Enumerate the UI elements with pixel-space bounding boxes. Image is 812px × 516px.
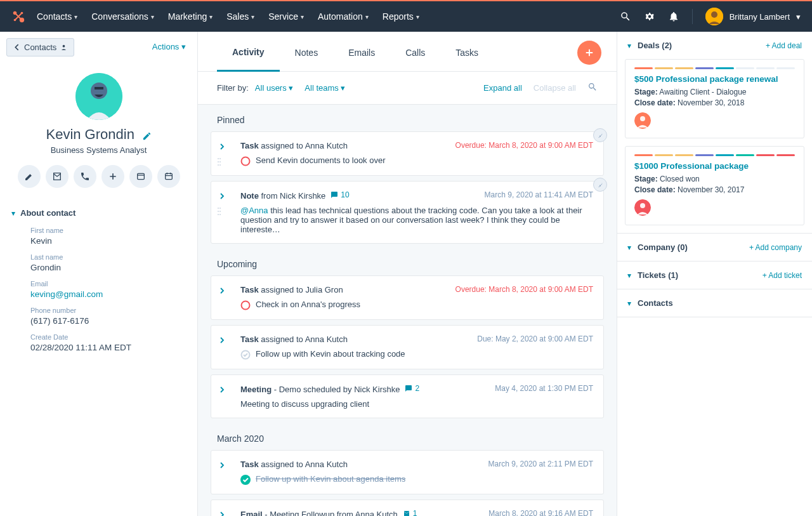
- field-label: Create Date: [30, 333, 186, 341]
- card-title: Note from Nick Kirshke10: [240, 190, 350, 201]
- chevron-down-icon: ▾: [627, 41, 631, 50]
- deal-owner-avatar: [634, 199, 651, 216]
- group-header: Pinned: [198, 105, 617, 131]
- section-header[interactable]: ▾Company (0)+ Add company: [617, 234, 812, 261]
- nav-marketing[interactable]: Marketing▾: [168, 11, 213, 22]
- svg-point-21: [218, 211, 219, 212]
- call-button[interactable]: [74, 165, 96, 188]
- timeline-card[interactable]: Task assigned to Anna KutchMarch 9, 2020…: [211, 450, 604, 494]
- card-meta: March 9, 2020 at 11:41 AM EDT: [485, 190, 593, 199]
- card-body: Send Kevin documents to look over: [240, 155, 593, 166]
- card-meta: May 4, 2020 at 1:30 PM EDT: [495, 384, 593, 393]
- meeting-button[interactable]: [157, 165, 180, 188]
- deal-card[interactable]: $1000 Professional package Stage: Closed…: [625, 146, 804, 225]
- timeline-card[interactable]: Note from Nick Kirshke10March 9, 2020 at…: [211, 181, 604, 244]
- deals-header[interactable]: ▾ Deals (2) + Add deal: [617, 32, 812, 59]
- nav-sales[interactable]: Sales▾: [226, 11, 254, 22]
- deal-close: Close date: November 30, 2017: [634, 185, 795, 194]
- svg-point-22: [219, 211, 221, 212]
- comment-icon: 2: [405, 384, 419, 393]
- chevron-right-icon[interactable]: [219, 192, 225, 201]
- chevron-down-icon: ▾: [301, 13, 304, 20]
- deal-progress: [634, 154, 795, 156]
- create-fab[interactable]: [577, 41, 601, 65]
- note-button[interactable]: [18, 165, 41, 188]
- svg-point-16: [218, 164, 219, 166]
- nav-service[interactable]: Service▾: [268, 11, 304, 22]
- chevron-right-icon[interactable]: [219, 336, 225, 345]
- field-email: Emailkeving@gmail.com: [0, 277, 197, 304]
- tab-calls[interactable]: Calls: [390, 32, 440, 70]
- field-value[interactable]: keving@gmail.com: [30, 289, 186, 299]
- section-add[interactable]: + Add company: [749, 243, 802, 252]
- timeline-card[interactable]: Meeting - Demo scheduled by Nick Kirshke…: [211, 374, 604, 418]
- nav-automation[interactable]: Automation▾: [318, 11, 369, 22]
- user-menu[interactable]: Brittany Lambert ▾: [705, 8, 801, 25]
- drag-handle-icon[interactable]: [217, 157, 221, 168]
- edit-icon[interactable]: [142, 131, 152, 143]
- card-body: @Anna this lead has technical questions …: [240, 206, 593, 234]
- back-to-contacts[interactable]: Contacts: [6, 38, 74, 56]
- right-section: ▾Contacts: [617, 289, 812, 317]
- pin-icon[interactable]: [593, 178, 607, 192]
- section-add[interactable]: + Add ticket: [763, 271, 802, 280]
- chevron-right-icon[interactable]: [219, 461, 225, 470]
- gear-icon[interactable]: [644, 11, 655, 22]
- chevron-down-icon: ▾: [251, 13, 254, 20]
- profile: Kevin Grondin Business Systems Analyst: [0, 63, 197, 199]
- quick-actions: [0, 165, 197, 188]
- timeline-card[interactable]: Email - Meeting Followup from Anna Kutch…: [211, 499, 604, 516]
- tab-tasks[interactable]: Tasks: [440, 32, 494, 70]
- deal-title[interactable]: $1000 Professional package: [634, 161, 795, 171]
- log-button[interactable]: [129, 165, 152, 188]
- section-header[interactable]: ▾Tickets (1)+ Add ticket: [617, 261, 812, 289]
- timeline-card[interactable]: Task assigned to Julia GronOverdue: Marc…: [211, 275, 604, 320]
- card-meta: Overdue: March 8, 2020 at 9:00 AM EDT: [455, 285, 593, 294]
- chevron-down-icon: ▾: [627, 243, 631, 252]
- add-button[interactable]: [102, 165, 124, 188]
- logo[interactable]: [11, 10, 25, 23]
- about-contact-header[interactable]: ▾ About contact: [0, 199, 197, 224]
- bell-icon[interactable]: [668, 11, 679, 22]
- card-title: Email - Meeting Followup from Anna Kutch…: [240, 509, 417, 516]
- deals-heading: Deals (2): [638, 41, 672, 50]
- drag-handle-icon[interactable]: [217, 207, 221, 218]
- expand-all[interactable]: Expand all: [483, 83, 522, 93]
- filter-teams[interactable]: All teams ▾: [304, 83, 345, 93]
- add-deal[interactable]: + Add deal: [766, 41, 802, 50]
- chevron-down-icon: ▾: [416, 13, 419, 20]
- pin-icon[interactable]: [593, 128, 607, 142]
- collapse-all: Collapse all: [534, 83, 576, 93]
- chevron-right-icon[interactable]: [219, 286, 225, 296]
- card-body: Follow up with Kevin about tracking code: [240, 349, 593, 360]
- nav-contacts[interactable]: Contacts▾: [37, 11, 77, 22]
- nav-reports[interactable]: Reports▾: [383, 11, 419, 22]
- nav-separator: [692, 9, 693, 24]
- chevron-right-icon[interactable]: [219, 510, 225, 516]
- timeline-card[interactable]: Task assigned to Anna KutchOverdue: Marc…: [211, 131, 604, 176]
- timeline-search-icon[interactable]: [587, 82, 598, 94]
- card-meta: Due: May 2, 2020 at 9:00 AM EDT: [477, 334, 593, 343]
- filter-users[interactable]: All users ▾: [255, 83, 293, 93]
- search-icon[interactable]: [620, 11, 631, 22]
- chevron-right-icon[interactable]: [219, 142, 225, 152]
- tab-emails[interactable]: Emails: [333, 32, 390, 70]
- field-last-name: Last nameGrondin: [0, 251, 197, 277]
- actions-menu[interactable]: Actions ▾: [152, 42, 186, 51]
- section-header[interactable]: ▾Contacts: [617, 289, 812, 317]
- tab-notes[interactable]: Notes: [280, 32, 334, 70]
- section-heading: Company (0): [638, 242, 688, 252]
- deal-title[interactable]: $500 Professional package renewal: [634, 74, 795, 84]
- timeline-card[interactable]: Task assigned to Anna KutchDue: May 2, 2…: [211, 325, 604, 369]
- deal-card[interactable]: $500 Professional package renewal Stage:…: [625, 59, 804, 138]
- filter-label: Filter by:: [217, 83, 249, 93]
- svg-point-5: [711, 11, 717, 18]
- chevron-right-icon[interactable]: [219, 385, 225, 395]
- contact-title: Business Systems Analyst: [0, 145, 197, 155]
- chevron-down-icon: ▾: [209, 13, 213, 20]
- email-button[interactable]: [46, 165, 69, 188]
- nav-conversations[interactable]: Conversations▾: [91, 11, 154, 22]
- section-heading: Tickets (1): [638, 270, 678, 280]
- card-meta: March 8, 2020 at 9:16 AM EDT: [488, 509, 593, 516]
- tab-activity[interactable]: Activity: [217, 32, 280, 72]
